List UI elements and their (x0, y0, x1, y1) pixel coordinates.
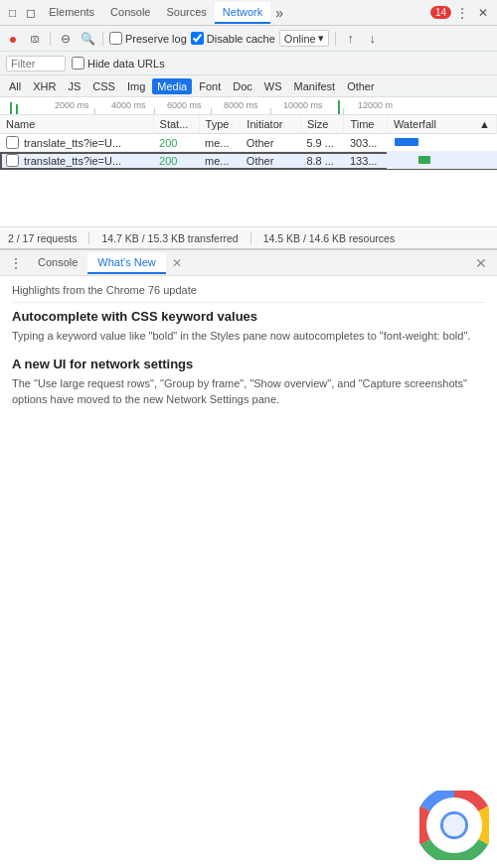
sort-icon: ▲ (479, 118, 490, 130)
clear-button[interactable]: ⦻ (26, 30, 44, 48)
bottom-tab-bar: ⋮ Console What's New ✕ ✕ (0, 250, 497, 276)
type-tab-font[interactable]: Font (194, 78, 226, 94)
green-tick-2 (16, 104, 18, 114)
hide-data-urls-checkbox[interactable]: Hide data URLs (72, 57, 165, 70)
bottom-panel-close-button[interactable]: ✕ (469, 253, 493, 273)
request-name: translate_tts?ie=U... (24, 137, 121, 149)
type-tab-ws[interactable]: WS (259, 78, 287, 94)
table-row[interactable]: translate_tts?ie=U...200me...Other5.9 ..… (0, 134, 497, 152)
waterfall-green-marker (338, 100, 340, 114)
requests-count: 2 / 17 requests (8, 232, 77, 244)
ruler-label-12000: 12000 m (358, 100, 393, 110)
close-devtools-icon[interactable]: ✕ (473, 4, 493, 22)
import-har-button[interactable]: ↑ (342, 30, 360, 48)
chrome-update-highlight: Highlights from the Chrome 76 update (12, 284, 485, 303)
green-tick-1 (10, 102, 12, 114)
ruler-tick-3 (211, 108, 212, 114)
toolbar-separator-1 (50, 32, 51, 46)
settings-icon[interactable]: ⋮ (451, 4, 473, 22)
type-tab-js[interactable]: JS (63, 78, 85, 94)
tab-console-bottom[interactable]: Console (28, 252, 87, 274)
status-sep-2 (250, 232, 251, 244)
ruler-tick-4 (270, 108, 271, 114)
col-header-waterfall[interactable]: Waterfall ▲ (387, 115, 496, 134)
type-tab-all[interactable]: All (4, 78, 26, 94)
whats-new-title-1: Autocomplete with CSS keyword values (12, 309, 485, 324)
request-name-cell: translate_tts?ie=U... (0, 152, 153, 170)
waterfall-bar (418, 156, 430, 164)
request-initiator: Other (241, 134, 301, 152)
col-header-status[interactable]: Stat... (153, 115, 199, 134)
type-tab-other[interactable]: Other (342, 78, 380, 94)
hide-data-urls-input[interactable] (72, 57, 84, 70)
row-checkbox[interactable] (6, 154, 19, 167)
tab-whats-new[interactable]: What's New (87, 252, 165, 274)
filter-input[interactable] (6, 56, 66, 72)
filter-toggle-button[interactable]: ⊖ (57, 30, 75, 48)
preserve-log-checkbox[interactable]: Preserve log (109, 32, 187, 45)
toolbar-separator-2 (102, 32, 103, 46)
request-waterfall (387, 134, 496, 152)
type-tab-xhr[interactable]: XHR (28, 78, 61, 94)
type-filter-tabs: All XHR JS CSS Img Media Font Doc WS Man… (0, 75, 497, 97)
timeline-ruler: 2000 ms 4000 ms 6000 ms 8000 ms 10000 ms… (0, 97, 497, 115)
type-tab-media[interactable]: Media (152, 78, 192, 94)
network-toolbar: ● ⦻ ⊖ 🔍 Preserve log Disable cache Onlin… (0, 26, 497, 52)
preserve-log-input[interactable] (109, 32, 122, 45)
whats-new-close-icon[interactable]: ✕ (166, 254, 188, 272)
device-icon[interactable]: ◻ (21, 4, 41, 22)
disable-cache-checkbox[interactable]: Disable cache (191, 32, 275, 45)
request-time: 133... (344, 152, 388, 170)
ruler-label-2000: 2000 ms (55, 100, 89, 110)
request-status: 200 (153, 134, 199, 152)
table-row[interactable]: translate_tts?ie=U...200me...Other8.8 ..… (0, 152, 497, 170)
throttling-label: Online (284, 33, 316, 45)
more-tabs-icon[interactable]: » (270, 3, 288, 23)
tab-network[interactable]: Network (215, 2, 270, 24)
inspect-icon[interactable]: □ (4, 4, 21, 22)
ruler-label-8000: 8000 ms (224, 100, 258, 110)
type-tab-css[interactable]: CSS (87, 78, 120, 94)
type-tab-doc[interactable]: Doc (228, 78, 257, 94)
tab-elements[interactable]: Elements (41, 2, 102, 24)
ruler-label-10000: 10000 ms (283, 100, 323, 110)
type-tab-manifest[interactable]: Manifest (289, 78, 341, 94)
export-har-button[interactable]: ↓ (364, 30, 382, 48)
request-type: me... (199, 152, 241, 170)
whats-new-content: Highlights from the Chrome 76 update Aut… (0, 276, 497, 868)
ruler-label-4000: 4000 ms (111, 100, 146, 110)
request-waterfall (387, 152, 496, 170)
bottom-panel: ⋮ Console What's New ✕ ✕ Highlights from… (0, 248, 497, 868)
row-checkbox[interactable] (6, 136, 19, 149)
record-button[interactable]: ● (4, 30, 22, 48)
throttling-dropdown[interactable]: Online ▾ (279, 30, 329, 47)
tab-sources[interactable]: Sources (158, 2, 214, 24)
request-size: 5.9 ... (300, 134, 344, 152)
tab-console[interactable]: Console (102, 2, 158, 24)
disable-cache-input[interactable] (191, 32, 204, 45)
ruler-tick-2 (154, 108, 155, 114)
request-type: me... (199, 134, 241, 152)
whats-new-item-2: A new UI for network settings The "Use l… (12, 357, 485, 408)
col-header-type[interactable]: Type (199, 115, 241, 134)
bottom-panel-menu-icon[interactable]: ⋮ (4, 254, 28, 272)
request-initiator: Other (241, 152, 301, 170)
col-header-size[interactable]: Size (300, 115, 344, 134)
devtools-tab-bar: □ ◻ Elements Console Sources Network » 1… (0, 0, 497, 26)
requests-table: Name Stat... Type Initiator Size Time Wa… (0, 115, 497, 170)
request-name: translate_tts?ie=U... (24, 155, 121, 167)
col-header-time[interactable]: Time (344, 115, 388, 134)
error-badge: 14 (430, 6, 451, 19)
whats-new-title-2: A new UI for network settings (12, 357, 485, 371)
type-tab-img[interactable]: Img (122, 78, 150, 94)
col-header-initiator[interactable]: Initiator (241, 115, 301, 134)
search-button[interactable]: 🔍 (79, 30, 96, 48)
toolbar-separator-3 (335, 32, 336, 46)
waterfall-bar (395, 138, 418, 146)
ruler-tick-1 (94, 108, 95, 114)
whats-new-body-1: Typing a keyword value like "bold" in th… (12, 328, 485, 345)
col-header-name[interactable]: Name (0, 115, 153, 134)
throttling-arrow-icon: ▾ (318, 32, 324, 45)
request-time: 303... (344, 134, 388, 152)
resources-size: 14.5 KB / 14.6 KB resources (263, 232, 396, 244)
